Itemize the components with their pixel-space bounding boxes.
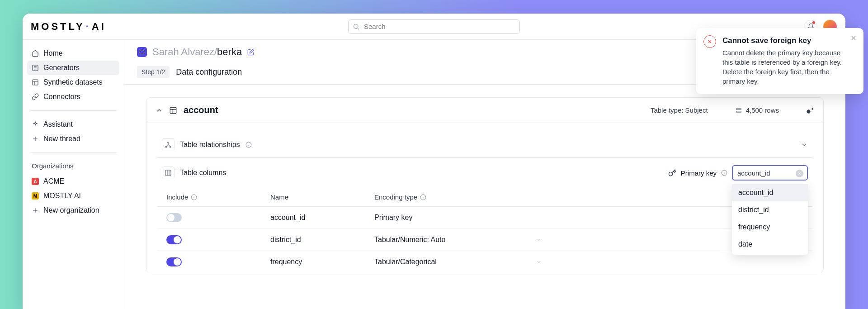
sidebar-item-label: Connectors <box>43 93 80 101</box>
org-item-acme[interactable]: A ACME <box>27 174 119 189</box>
relationships-icon-box <box>162 138 175 151</box>
sidebar-item-connectors[interactable]: Connectors <box>27 90 119 104</box>
svg-rect-24 <box>165 170 171 176</box>
sidebar-item-new-thread[interactable]: New thread <box>27 132 119 146</box>
column-name: frequency <box>270 258 374 266</box>
sidebar-item-label: Synthetic datasets <box>43 78 103 86</box>
svg-rect-13 <box>170 107 176 114</box>
sidebar-item-label: Assistant <box>43 120 73 128</box>
sidebar-item-synthetic-datasets[interactable]: Synthetic datasets <box>27 75 119 90</box>
chevron-up-icon[interactable] <box>156 107 163 114</box>
search-container <box>348 19 520 34</box>
key-icon <box>668 169 676 177</box>
orgs-heading: Organizations <box>27 159 119 174</box>
info-icon[interactable] <box>420 194 426 200</box>
edit-icon[interactable] <box>247 48 255 56</box>
org-badge: A <box>32 178 39 185</box>
toast-title: Cannot save foreign key <box>722 36 844 45</box>
column-name: district_id <box>270 236 374 244</box>
org-badge: M <box>32 192 39 200</box>
sidebar-item-generators[interactable]: Generators <box>27 61 119 75</box>
th-include: Include <box>166 193 270 201</box>
step-title: Data configuration <box>176 67 242 77</box>
relationships-label: Table relationships <box>180 141 240 149</box>
table-row: district_id Tabular/Numeric: Auto <box>157 229 812 251</box>
table-icon <box>169 106 177 114</box>
pk-value: account_id <box>737 169 770 177</box>
table-name: account <box>184 105 218 115</box>
columns-table-header: Include Name Encoding type <box>157 188 812 207</box>
info-icon[interactable] <box>191 194 197 200</box>
generators-icon <box>32 64 39 71</box>
chevron-down-icon[interactable] <box>536 237 542 242</box>
rows-count-label: 4,500 rows <box>746 106 779 114</box>
sidebar-item-label: Generators <box>43 64 80 72</box>
pk-option[interactable]: district_id <box>732 201 808 219</box>
toast-body: Cannot delete the primary key because th… <box>722 48 844 86</box>
datasets-icon <box>32 79 39 86</box>
columns-label: Table columns <box>180 169 226 177</box>
table-card: account Table type: Subject 4,500 rows <box>146 97 824 273</box>
relationships-row: Table relationships <box>157 132 812 158</box>
pk-dropdown: account_id district_id frequency date <box>732 182 808 255</box>
svg-line-1 <box>358 28 359 29</box>
sidebar-item-label: Home <box>43 49 63 57</box>
logo: MOSTLY·AI <box>31 21 106 33</box>
rows-count: 4,500 rows <box>735 106 779 114</box>
home-icon <box>32 50 39 57</box>
table-row: account_id Primary key <box>157 207 812 229</box>
breadcrumb-owner: Sarah Alvarez/ <box>152 46 217 57</box>
generator-icon <box>137 47 147 57</box>
columns-icon-box <box>162 166 175 179</box>
card-header: account Table type: Subject 4,500 rows <box>146 98 823 123</box>
org-item-mostly-ai[interactable]: M MOSTLY AI <box>27 189 119 203</box>
pk-option[interactable]: frequency <box>732 219 808 236</box>
pk-option[interactable]: date <box>732 236 808 253</box>
svg-rect-16 <box>736 108 741 109</box>
clear-pk-button[interactable] <box>796 170 803 177</box>
th-encoding: Encoding type <box>374 193 555 201</box>
sidebar: Home Generators Synthetic datasets Conne… <box>23 40 124 309</box>
include-toggle[interactable] <box>166 235 182 244</box>
primary-key-select[interactable]: account_id <box>732 165 808 181</box>
search-input[interactable] <box>348 19 520 34</box>
svg-rect-3 <box>33 80 38 85</box>
card-body: Table relationships Table columns <box>146 123 823 273</box>
branch-icon <box>165 141 172 148</box>
sidebar-item-assistant[interactable]: Assistant <box>27 117 119 132</box>
plus-icon <box>32 135 39 143</box>
notification-dot <box>812 21 815 24</box>
include-toggle[interactable] <box>166 213 182 222</box>
table-type: Table type: Subject <box>651 106 708 114</box>
include-toggle[interactable] <box>166 257 182 266</box>
chevron-down-icon[interactable] <box>801 141 808 148</box>
search-icon <box>353 23 360 30</box>
sidebar-item-label: New organization <box>43 206 99 214</box>
svg-rect-10 <box>140 50 144 54</box>
chevron-down-icon[interactable] <box>536 259 542 265</box>
svg-point-20 <box>170 146 171 147</box>
breadcrumb-name: berka <box>217 46 242 57</box>
sidebar-item-home[interactable]: Home <box>27 46 119 61</box>
pk-option[interactable]: account_id <box>732 184 808 201</box>
primary-key-wrap: Primary key account_id <box>668 165 808 181</box>
rows-icon <box>735 107 742 114</box>
connectors-icon <box>32 93 39 100</box>
org-label: ACME <box>43 177 64 185</box>
card-meta: Table type: Subject 4,500 rows <box>651 106 814 114</box>
plus-icon <box>32 207 39 214</box>
columns-header: Table columns Primary key account_id <box>157 158 812 188</box>
sidebar-item-new-org[interactable]: New organization <box>27 203 119 218</box>
step-badge: Step 1/2 <box>137 66 170 78</box>
table-row: frequency Tabular/Categorical <box>157 251 812 273</box>
pk-label: Primary key <box>681 169 717 177</box>
encoding-value: Primary key <box>374 214 412 222</box>
info-icon[interactable] <box>245 142 252 148</box>
app-window: MOSTLY·AI Home Generators <box>23 14 845 309</box>
info-icon[interactable] <box>721 170 727 176</box>
org-label: MOSTLY AI <box>43 192 81 200</box>
key-icon[interactable] <box>806 106 814 114</box>
svg-point-18 <box>168 142 169 143</box>
error-toast: Cannot save foreign key Cannot delete th… <box>696 28 845 94</box>
error-icon <box>703 35 716 48</box>
